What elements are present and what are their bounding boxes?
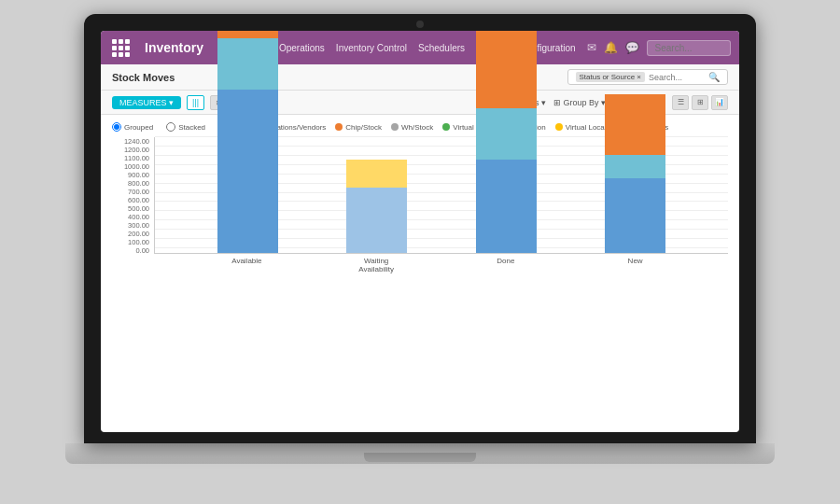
- y-label-700: 700.00: [128, 188, 149, 196]
- bars-container: [155, 137, 728, 253]
- bar-available-stack: [217, 31, 278, 253]
- y-axis: 1240.00 1200.00 1100.00 1000.00 900.00 8…: [112, 137, 154, 273]
- y-label-900: 900.00: [128, 171, 149, 179]
- bar-waiting-yellow: [346, 160, 407, 188]
- search-input[interactable]: [647, 40, 731, 56]
- camera: [416, 21, 424, 28]
- y-label-200: 200.00: [128, 230, 149, 238]
- kanban-view-icon[interactable]: ⊞: [692, 95, 708, 110]
- laptop-shell: Inventory Dashboard Operations Inventory…: [56, 14, 784, 490]
- filter-bar[interactable]: Status or Source × 🔍: [567, 69, 728, 85]
- nav-operations[interactable]: Operations: [279, 43, 325, 53]
- x-label-new: New: [605, 257, 665, 273]
- app-title: Inventory: [145, 40, 203, 55]
- bar-new-teal: [605, 155, 665, 178]
- list-view-icon[interactable]: ☰: [672, 95, 689, 110]
- bar-done-stack: [476, 31, 537, 253]
- legend-chip: Chip/Stock: [335, 123, 382, 132]
- header-right: ✉ 🔔 💬 🔍: [587, 40, 739, 56]
- nav-schedulers[interactable]: Schedulers: [418, 43, 465, 53]
- bar-new: [605, 94, 665, 253]
- laptop-notch: [364, 453, 476, 462]
- y-label-400: 400.00: [128, 213, 149, 221]
- app-header: Inventory Dashboard Operations Inventory…: [101, 31, 739, 64]
- bar-done-teal: [476, 108, 537, 160]
- search-filter-input[interactable]: [649, 73, 705, 82]
- y-label-1100: 1100.00: [124, 154, 149, 162]
- bar-new-orange: [605, 94, 665, 155]
- y-label-800: 800.00: [128, 179, 149, 188]
- y-label-500: 500.00: [128, 204, 149, 213]
- x-label-available: Available: [217, 257, 277, 273]
- chart-plot: Available Waiting Availability Done New: [154, 137, 728, 273]
- legend-wh: Wh/Stock: [391, 123, 433, 132]
- chart-view-icon[interactable]: 📊: [711, 95, 728, 110]
- y-label-1240: 1240.00: [124, 137, 149, 146]
- chat-icon[interactable]: 💬: [625, 41, 639, 54]
- bar-chart-view-button[interactable]: |||: [187, 95, 204, 110]
- y-label-600: 600.00: [128, 196, 149, 204]
- legend-items: Partner Locations/Vendors Chip/Stock Wh/…: [228, 123, 668, 132]
- bar-available-blue: [217, 90, 278, 253]
- bar-done-blue: [476, 160, 537, 253]
- x-label-waiting: Waiting Availability: [346, 257, 407, 273]
- laptop-base: [65, 443, 775, 464]
- bar-waiting: [346, 160, 407, 253]
- stacked-option[interactable]: Stacked: [166, 122, 205, 132]
- screen: Inventory Dashboard Operations Inventory…: [101, 31, 739, 432]
- bar-available: [217, 31, 278, 253]
- y-label-1000: 1000.00: [124, 162, 149, 171]
- grouped-option[interactable]: Grouped: [112, 122, 153, 132]
- group-by-button[interactable]: ⊞ Group By ▾: [553, 98, 606, 107]
- main-toolbar: Stock Moves Status or Source × 🔍: [101, 64, 739, 91]
- bar-waiting-stack: [346, 160, 407, 253]
- nav-inventory-control[interactable]: Inventory Control: [336, 43, 407, 53]
- measures-button[interactable]: MEASURES ▾: [112, 96, 181, 109]
- x-label-done: Done: [475, 257, 536, 273]
- y-label-100: 100.00: [128, 238, 149, 246]
- screen-bezel: Inventory Dashboard Operations Inventory…: [84, 14, 756, 443]
- grid-icon: [112, 39, 130, 57]
- bar-available-teal: [217, 38, 278, 90]
- bar-new-stack: [605, 94, 665, 253]
- chart-grid: [154, 137, 728, 254]
- page-title: Stock Moves: [112, 72, 175, 83]
- bell-icon[interactable]: 🔔: [604, 41, 618, 54]
- chart-container: 1240.00 1200.00 1100.00 1000.00 900.00 8…: [112, 137, 728, 273]
- chart-area: Grouped Stacked Partner Locations/Vendor…: [101, 115, 739, 281]
- y-label-300: 300.00: [128, 221, 149, 230]
- y-label-0: 0.00: [135, 246, 149, 255]
- email-icon[interactable]: ✉: [587, 41, 596, 54]
- search-filter-icon: 🔍: [708, 72, 720, 82]
- bar-done-orange: [476, 31, 537, 108]
- y-label-1200: 1200.00: [124, 146, 149, 154]
- bar-waiting-lightblue: [346, 188, 407, 253]
- bar-available-orange: [217, 31, 278, 38]
- bar-new-blue: [605, 178, 665, 253]
- x-labels: Available Waiting Availability Done New: [154, 254, 728, 273]
- filter-tag[interactable]: Status or Source ×: [576, 72, 645, 82]
- search-icon[interactable]: 🔍: [738, 41, 739, 54]
- view-icons: ☰ ⊞ 📊: [672, 95, 728, 110]
- bar-done: [476, 31, 537, 253]
